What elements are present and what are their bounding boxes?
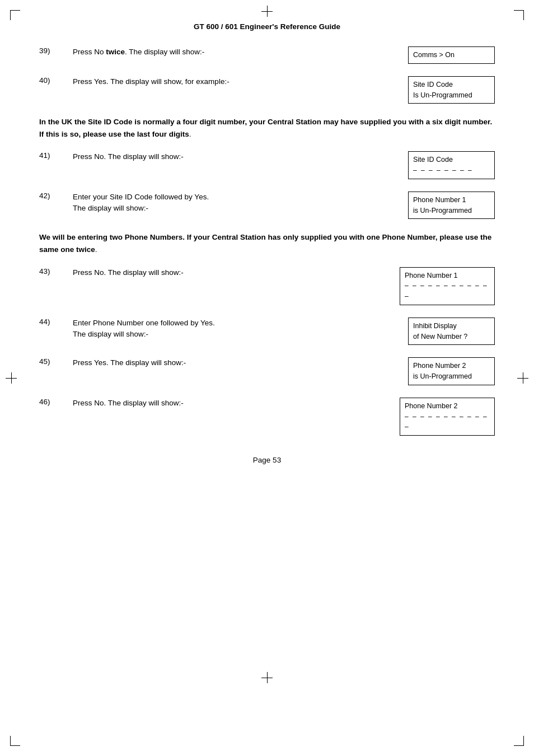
info-block-2: We will be entering two Phone Numbers. I…: [39, 231, 495, 255]
display-box-45: Phone Number 2 is Un-Programmed: [408, 357, 495, 385]
display-box-44: Inhibit Display of New Number ?: [408, 318, 495, 346]
display-line1-42: Phone Number 1: [413, 196, 466, 204]
corner-mark-bottom-left: [10, 736, 20, 746]
display-line1-43: Phone Number 1: [405, 272, 458, 279]
step-text-42: Enter your Site ID Code followed by Yes.…: [73, 192, 397, 214]
info-block-1-text: In the UK the Site ID Code is normally a…: [39, 118, 492, 138]
page-title: GT 600 / 601 Engineer's Reference Guide: [39, 22, 495, 31]
step-row-43: 43) Press No. The display will show:- Ph…: [39, 267, 495, 305]
page-wrapper: GT 600 / 601 Engineer's Reference Guide …: [0, 0, 534, 756]
corner-mark-top-left: [10, 10, 20, 20]
step-text-41: Press No. The display will show:-: [73, 151, 397, 162]
info-block-2-text: We will be entering two Phone Numbers. I…: [39, 233, 491, 254]
step-row-44: 44) Enter Phone Number one followed by Y…: [39, 318, 495, 346]
step-text-40: Press Yes. The display will show, for ex…: [73, 76, 397, 87]
crosshair-right: [517, 372, 528, 384]
step-num-41: 41): [39, 151, 73, 160]
display-box-42: Phone Number 1 is Un-Programmed: [408, 192, 495, 220]
info-block-1: In the UK the Site ID Code is normally a…: [39, 116, 495, 140]
display-line1-44: Inhibit Display: [413, 322, 457, 330]
display-line2-46: – – – – – – – – – – – –: [405, 413, 488, 431]
step-row-45: 45) Press Yes. The display will show:- P…: [39, 357, 495, 385]
step-text-43: Press No. The display will show:-: [73, 267, 388, 278]
page-footer: Page 53: [39, 456, 495, 464]
crosshair-left: [6, 372, 17, 384]
step-text-39: Press No twice. The display will show:-: [73, 46, 397, 58]
step-num-40: 40): [39, 76, 73, 85]
crosshair-bottom: [261, 672, 273, 683]
display-line2-45: is Un-Programmed: [413, 372, 472, 380]
display-box-40: Site ID Code Is Un-Programmed: [408, 76, 495, 104]
display-line2-42: is Un-Programmed: [413, 207, 472, 214]
step-num-46: 46): [39, 398, 73, 406]
display-box-46: Phone Number 2 – – – – – – – – – – – –: [400, 398, 495, 436]
display-line2-41: – – – – – – – –: [413, 166, 473, 174]
step-num-43: 43): [39, 267, 73, 276]
step-row-39: 39) Press No twice. The display will sho…: [39, 46, 495, 64]
step-num-42: 42): [39, 192, 73, 200]
display-line1-46: Phone Number 2: [405, 402, 458, 410]
bold-twice: twice: [106, 48, 125, 56]
display-line2-40: Is Un-Programmed: [413, 91, 472, 99]
step-row-46: 46) Press No. The display will show:- Ph…: [39, 398, 495, 436]
display-line1-45: Phone Number 2: [413, 362, 466, 370]
corner-mark-top-right: [514, 10, 524, 20]
step-text-44: Enter Phone Number one followed by Yes. …: [73, 318, 397, 340]
step-row-40: 40) Press Yes. The display will show, fo…: [39, 76, 495, 104]
display-line2-43: – – – – – – – – – – – –: [405, 282, 488, 300]
step-text-46: Press No. The display will show:-: [73, 398, 388, 409]
step-row-41: 41) Press No. The display will show:- Si…: [39, 151, 495, 179]
display-line1-40: Site ID Code: [413, 81, 453, 88]
display-line1-39: Comms > On: [413, 51, 455, 59]
display-box-43: Phone Number 1 – – – – – – – – – – – –: [400, 267, 495, 305]
step-num-45: 45): [39, 357, 73, 366]
corner-mark-bottom-right: [514, 736, 524, 746]
display-line2-44: of New Number ?: [413, 333, 467, 340]
display-box-39: Comms > On: [408, 46, 495, 64]
step-num-44: 44): [39, 318, 73, 326]
crosshair-top: [261, 6, 273, 17]
display-line1-41: Site ID Code: [413, 156, 453, 164]
step-text-45: Press Yes. The display will show:-: [73, 357, 397, 368]
step-num-39: 39): [39, 46, 73, 55]
step-row-42: 42) Enter your Site ID Code followed by …: [39, 192, 495, 220]
display-box-41: Site ID Code – – – – – – – –: [408, 151, 495, 179]
